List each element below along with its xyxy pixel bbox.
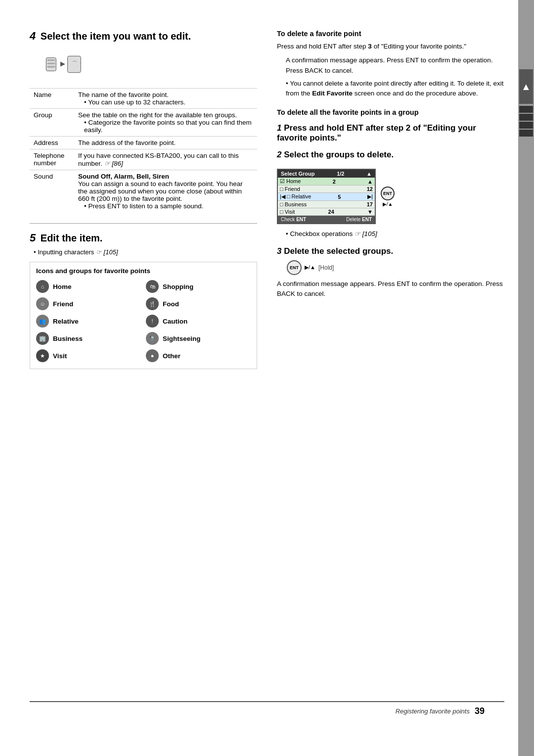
step-bold-3: 3 (368, 43, 372, 50)
icons-grid: ⌂ Home 🛍 Shopping ☺ Friend 🍴 Food (36, 279, 251, 364)
nav-footer-delete: Delete ENT (346, 217, 372, 222)
shopping-icon: 🛍 (146, 280, 159, 293)
icon-row-sightseeing: 🔭 Sightseeing (146, 331, 251, 346)
nav-screen-title: Select Group (281, 171, 314, 177)
content-area: 4 Select the item you want to edit. ▶ ⌒ … (30, 30, 504, 701)
nav-row-visit: □ Visit 24 ▼ (278, 208, 375, 216)
step4-text: Select the item you want to edit. (41, 31, 191, 42)
svg-rect-3 (47, 66, 55, 67)
row-desc-telephone: If you have connected KS-BTA200, you can… (74, 149, 257, 170)
forward-slash-icon: ▶/▲ (383, 201, 393, 207)
visit-icon: ★ (36, 349, 49, 362)
friend-icon: ☺ (36, 297, 49, 310)
home-label: Home (53, 283, 72, 290)
right-step1-number: 1 (277, 123, 281, 133)
row-label-name: Name (30, 89, 74, 109)
icon-row-caution: ! Caution (146, 313, 251, 329)
icon-row-friend: ☺ Friend (36, 296, 141, 312)
svg-text:▶: ▶ (60, 60, 65, 67)
friend-label: Friend (53, 300, 73, 308)
relative-label: Relative (53, 318, 79, 325)
hold-button-area: ENT ▶/▲ [Hold] (287, 260, 504, 275)
nav-home-check: ☑ Home (280, 178, 301, 185)
step-bold-2: 2 (406, 123, 410, 133)
items-table: Name The name of the favorite point. You… (30, 88, 257, 212)
nav-visit-num: 24 (328, 209, 334, 215)
sound-values: Sound Off, Alarm, Bell, Siren (78, 173, 169, 180)
row-label-group: Group (30, 109, 74, 137)
icon-row-business: 🏢 Business (36, 331, 141, 346)
svg-text:⌒: ⌒ (72, 60, 78, 67)
sidebar-block (519, 114, 533, 121)
ent-hold-button: ENT (287, 260, 302, 275)
hold-label: [Hold] (318, 264, 334, 271)
step5-text: Edit the item. (41, 233, 103, 243)
screen-with-ent: Select Group 1/2 ▲ ☑ Home 2 ▲ □ Friend 1… (277, 164, 504, 229)
nav-scroll-up: ▲ (366, 171, 372, 177)
caution-label: Caution (163, 318, 187, 325)
right-step2-heading: 2 Select the groups to delete. (277, 150, 504, 160)
icon-row-shopping: 🛍 Shopping (146, 279, 251, 294)
business-icon: 🏢 (36, 332, 49, 345)
ent-button: ENT (381, 187, 395, 200)
nav-screen-header: Select Group 1/2 ▲ (278, 170, 375, 178)
icon-row-food: 🍴 Food (146, 296, 251, 312)
nav-footer-check: Check ENT (281, 217, 306, 222)
svg-rect-1 (47, 59, 55, 61)
sightseeing-icon: 🔭 (146, 332, 159, 345)
bullet-group-1: Categorize the favorite points so that y… (78, 119, 253, 134)
icon-row-home: ⌂ Home (36, 279, 141, 294)
table-row-sound: Sound Sound Off, Alarm, Bell, Siren You … (30, 170, 257, 213)
sightseeing-label: Sightseeing (163, 335, 201, 342)
nav-row-business: □ Business 17 (278, 201, 375, 208)
page: 4 Select the item you want to edit. ▶ ⌒ … (0, 0, 534, 756)
other-label: Other (163, 352, 180, 360)
nav-row-friend: □ Friend 12 (278, 186, 375, 193)
table-row-name: Name The name of the favorite point. You… (30, 89, 257, 109)
step4-heading: 4 Select the item you want to edit. (30, 30, 257, 43)
other-icon: ● (146, 349, 159, 362)
bullet-sound-1: Press ENT to listen to a sample sound. (78, 202, 253, 210)
knob-svg: ▶ ⌒ . (44, 49, 84, 79)
delete-all-title: To delete all the favorite points in a g… (277, 108, 504, 116)
sidebar-block (519, 122, 533, 129)
table-row-group: Group See the table on the right for the… (30, 109, 257, 137)
right-step3-heading: 3 Delete the selected groups. (277, 246, 504, 256)
delete-point-title: To delete a favorite point (277, 30, 504, 38)
nav-relative-num: 5 (338, 194, 341, 200)
nav-home-num: 2 (333, 179, 336, 185)
icons-box-title: Icons and groups for favorite points (36, 267, 251, 275)
left-column: 4 Select the item you want to edit. ▶ ⌒ … (30, 30, 257, 701)
right-step3-number: 3 (277, 246, 281, 256)
row-desc-sound: Sound Off, Alarm, Bell, Siren You can as… (74, 170, 257, 213)
nav-row-relative: |◀ □ Relative 5 ▶| (278, 193, 375, 201)
step4-number: 4 (30, 30, 36, 42)
nav-home-arrow: ▲ (367, 179, 373, 185)
step5-number: 5 (30, 232, 36, 244)
icon-row-relative: 👥 Relative (36, 313, 141, 329)
icon-row-visit: ★ Visit (36, 348, 141, 364)
nav-screen-page: 1/2 (337, 171, 344, 177)
row-desc-address: The address of the favorite point. (74, 137, 257, 149)
forward-arrow-icon: ▶/▲ (305, 264, 315, 271)
footer-page-number: 39 (475, 706, 485, 716)
nav-friend-label: □ Friend (280, 186, 300, 192)
icon-row-other: ● Other (146, 348, 251, 364)
nav-relative-arrow: ▶| (367, 193, 373, 200)
right-step1-heading: 1 Press and hold ENT after step 2 of "Ed… (277, 123, 504, 143)
row-label-sound: Sound (30, 170, 74, 213)
caution-icon: ! (146, 315, 159, 328)
food-icon: 🍴 (146, 297, 159, 310)
step5-subnote: Inputting characters ☞ [105] (34, 248, 257, 256)
nav-arrow-icon: ▲ (519, 69, 533, 104)
visit-label: Visit (53, 352, 67, 360)
page-footer: Registering favorite points 39 (30, 701, 504, 716)
row-desc-name: The name of the favorite point. You can … (74, 89, 257, 109)
sidebar-block (519, 130, 533, 137)
shopping-label: Shopping (163, 283, 193, 290)
relative-icon: 👥 (36, 315, 49, 328)
checkbox-note: Checkbox operations ☞ [105] (286, 229, 504, 239)
row-desc-group: See the table on the right for the avail… (74, 109, 257, 137)
delete-all-confirmation: A confirmation message appears. Press EN… (277, 279, 504, 299)
business-label: Business (53, 335, 83, 342)
